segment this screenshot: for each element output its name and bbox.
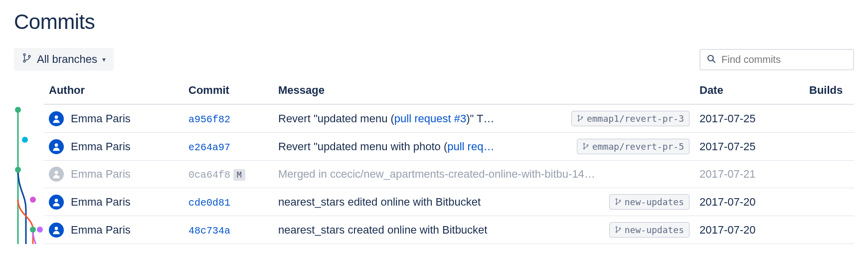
author-cell: Emma Paris (49, 139, 178, 154)
table-row[interactable]: Emma Parise264a97Revert "updated menu wi… (44, 133, 854, 161)
commit-message: Revert "updated menu (pull request #3)" … (278, 112, 565, 125)
svg-point-2 (28, 55, 30, 57)
pull-request-link[interactable]: pull request #3 (394, 112, 466, 125)
branch-icon (577, 113, 584, 124)
svg-point-6 (15, 167, 21, 173)
svg-point-13 (581, 117, 582, 118)
search-commits-field[interactable] (699, 49, 854, 70)
svg-point-24 (616, 227, 617, 228)
avatar (49, 195, 64, 210)
column-commit[interactable]: Commit (183, 80, 273, 104)
author-name: Emma Paris (71, 140, 131, 153)
branch-icon (615, 197, 622, 207)
builds-cell (804, 161, 854, 188)
column-builds[interactable]: Builds (804, 80, 854, 104)
author-name: Emma Paris (71, 112, 131, 125)
builds-cell (804, 216, 854, 244)
svg-point-17 (587, 145, 588, 146)
svg-point-7 (30, 197, 36, 203)
builds-cell (804, 133, 854, 161)
svg-point-5 (22, 137, 28, 143)
commit-hash-link[interactable]: e264a97 (188, 142, 230, 153)
branch-icon (582, 141, 589, 152)
avatar (49, 167, 64, 182)
pull-request-link[interactable]: pull req… (447, 140, 494, 153)
svg-point-3 (708, 55, 713, 60)
svg-point-23 (55, 227, 58, 230)
commit-message: Merged in ccecic/new_apartments-created-… (278, 168, 690, 181)
commit-message: nearest_stars created online with Bitbuc… (278, 224, 603, 237)
author-name: Emma Paris (71, 168, 131, 181)
commit-graph-svg (14, 105, 44, 244)
chevron-down-icon: ▾ (102, 55, 106, 63)
table-row[interactable]: Emma Paris0ca64f8MMerged in ccecic/new_a… (44, 161, 854, 188)
table-row[interactable]: Emma Paris48c734anearest_stars created o… (44, 216, 854, 244)
commit-hash-link[interactable]: 48c734a (188, 225, 230, 237)
commit-graph (14, 80, 44, 244)
author-cell: Emma Paris (49, 111, 178, 126)
column-message[interactable]: Message (273, 80, 694, 104)
branch-icon (615, 225, 622, 235)
svg-point-4 (15, 107, 21, 113)
column-author[interactable]: Author (44, 80, 183, 104)
avatar (49, 139, 64, 154)
message-cell: Merged in ccecic/new_apartments-created-… (278, 168, 690, 181)
svg-point-10 (55, 115, 58, 119)
branch-tag[interactable]: new-updates (609, 222, 690, 238)
svg-point-15 (583, 143, 584, 144)
svg-point-20 (616, 199, 617, 200)
branch-tag[interactable]: emmap/revert-pr-5 (577, 139, 690, 154)
svg-point-18 (55, 171, 58, 174)
commit-date: 2017-07-25 (699, 112, 756, 125)
avatar (49, 223, 64, 238)
branch-filter-label: All branches (37, 53, 97, 66)
commit-hash-link[interactable]: a956f82 (188, 114, 230, 125)
search-input[interactable] (721, 54, 847, 65)
svg-point-1 (23, 60, 25, 62)
merge-badge: M (233, 169, 245, 181)
branch-tag[interactable]: new-updates (609, 194, 690, 210)
commit-hash-link[interactable]: 0ca64f8 (188, 169, 230, 181)
commit-date: 2017-07-21 (699, 168, 756, 180)
svg-point-26 (619, 228, 620, 229)
toolbar: All branches ▾ (14, 48, 854, 71)
svg-point-0 (23, 54, 25, 56)
search-icon (706, 54, 721, 65)
author-name: Emma Paris (71, 196, 131, 209)
message-cell: nearest_stars created online with Bitbuc… (278, 222, 690, 238)
branch-filter-dropdown[interactable]: All branches ▾ (14, 48, 114, 71)
commits-area: Author Commit Message Date Builds Emma P… (14, 80, 854, 244)
branch-icon (22, 53, 32, 66)
svg-point-8 (30, 227, 36, 233)
commit-date: 2017-07-20 (699, 196, 756, 208)
builds-cell (804, 104, 854, 133)
svg-point-11 (578, 115, 579, 116)
author-cell: Emma Paris (49, 223, 178, 238)
svg-point-21 (616, 204, 617, 205)
svg-point-22 (619, 200, 620, 201)
svg-point-12 (578, 120, 579, 121)
avatar (49, 111, 64, 126)
table-row[interactable]: Emma Pariscde0d81nearest_stars edited on… (44, 188, 854, 216)
svg-point-14 (55, 143, 58, 147)
table-row[interactable]: Emma Parisa956f82Revert "updated menu (p… (44, 104, 854, 133)
commit-message: Revert "updated menu with photo (pull re… (278, 140, 571, 153)
message-cell: Revert "updated menu with photo (pull re… (278, 139, 690, 154)
svg-point-9 (37, 227, 43, 233)
commit-hash-link[interactable]: cde0d81 (188, 197, 230, 209)
commits-page: Commits All branches ▾ (0, 0, 868, 244)
branch-tag[interactable]: emmap1/revert-pr-3 (571, 111, 690, 126)
table-header-row: Author Commit Message Date Builds (44, 80, 854, 104)
builds-cell (804, 188, 854, 216)
svg-point-19 (55, 199, 58, 202)
message-cell: Revert "updated menu (pull request #3)" … (278, 111, 690, 126)
commit-date: 2017-07-20 (699, 224, 756, 236)
author-cell: Emma Paris (49, 167, 178, 182)
commit-message: nearest_stars edited online with Bitbuck… (278, 196, 603, 209)
author-name: Emma Paris (71, 224, 131, 237)
message-cell: nearest_stars edited online with Bitbuck… (278, 194, 690, 210)
column-date[interactable]: Date (694, 80, 804, 104)
commits-table: Author Commit Message Date Builds Emma P… (44, 80, 854, 244)
svg-point-25 (616, 232, 617, 233)
commit-date: 2017-07-25 (699, 140, 756, 153)
